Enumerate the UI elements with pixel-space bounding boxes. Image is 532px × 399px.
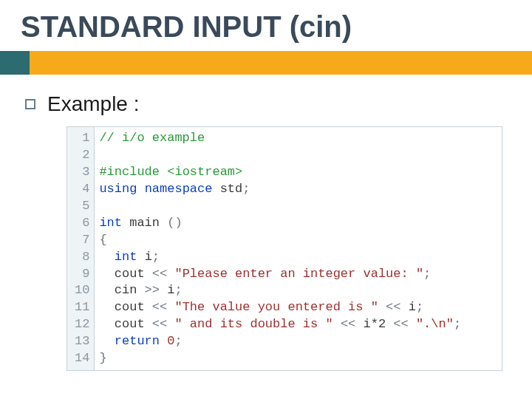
operator: >> xyxy=(137,283,167,297)
lineno: 4 xyxy=(75,181,89,198)
operator: << xyxy=(145,317,175,331)
punct: ; xyxy=(174,283,182,297)
slide-title: STANDARD INPUT (cin) xyxy=(0,0,532,51)
lineno: 3 xyxy=(75,164,89,181)
accent-ruler xyxy=(0,51,532,75)
string: "Please enter an integer value: " xyxy=(174,267,423,281)
identifier: cout xyxy=(115,317,145,331)
indent xyxy=(99,300,114,314)
expression: i*2 xyxy=(364,317,386,331)
string: ".\n" xyxy=(416,317,454,331)
punct: ; xyxy=(423,267,431,281)
indent xyxy=(99,267,114,281)
punct: } xyxy=(99,351,106,365)
bullet-text: Example : xyxy=(47,92,140,116)
code-line: { xyxy=(99,232,496,249)
keyword: return xyxy=(115,334,160,348)
lineno: 8 xyxy=(75,249,89,266)
indent xyxy=(99,283,114,297)
code-line: // i/o example xyxy=(99,130,496,147)
keyword: namespace xyxy=(145,182,213,196)
code-line: cout << " and its double is " << i*2 << … xyxy=(99,316,496,333)
preprocessor: <iostream> xyxy=(160,165,242,179)
lineno: 14 xyxy=(75,350,89,367)
space xyxy=(160,334,167,348)
identifier: std xyxy=(220,182,243,196)
identifier: i xyxy=(145,250,152,264)
string: "The value you entered is " xyxy=(174,300,378,314)
operator: << xyxy=(145,267,175,281)
code-line: } xyxy=(99,350,496,367)
lineno: 10 xyxy=(75,282,89,299)
bullet-square-icon xyxy=(25,99,35,109)
lineno: 13 xyxy=(75,333,89,350)
code-line: return 0; xyxy=(99,333,496,350)
code-line: int main () xyxy=(99,215,496,232)
number: 0 xyxy=(167,334,174,348)
lineno: 6 xyxy=(75,215,89,232)
identifier: i xyxy=(409,300,416,314)
ruler-teal xyxy=(0,51,30,75)
punct: ; xyxy=(174,334,182,348)
punct: ; xyxy=(416,300,423,314)
punct: ; xyxy=(242,182,250,196)
code-line: #include <iostream> xyxy=(99,164,496,181)
code-line xyxy=(99,198,496,215)
indent xyxy=(99,317,114,331)
identifier: cin xyxy=(115,283,137,297)
lineno: 9 xyxy=(75,266,89,283)
punct: ; xyxy=(454,317,461,331)
code-line: cout << "Please enter an integer value: … xyxy=(99,266,496,283)
lineno: 2 xyxy=(75,147,89,164)
identifier: i xyxy=(167,283,174,297)
lineno: 5 xyxy=(75,198,89,215)
punct: () xyxy=(160,216,183,230)
identifier: cout xyxy=(115,267,145,281)
indent xyxy=(99,250,114,264)
type: int xyxy=(99,216,122,230)
source-code: // i/o example #include <iostream>using … xyxy=(95,127,502,370)
code-line: using namespace std; xyxy=(99,181,496,198)
string: " and its double is " xyxy=(174,317,332,331)
code-block: 1 2 3 4 5 6 7 8 9 10 11 12 13 14 // i/o … xyxy=(66,126,502,371)
operator: << xyxy=(145,300,175,314)
ruler-orange xyxy=(30,51,532,75)
keyword: using xyxy=(99,182,137,196)
punct: { xyxy=(99,233,106,247)
comment: // i/o example xyxy=(99,131,205,145)
code-line: int i; xyxy=(99,249,496,266)
preprocessor: #include xyxy=(99,165,160,179)
lineno: 7 xyxy=(75,232,89,249)
identifier: cout xyxy=(115,300,145,314)
code-line xyxy=(99,147,496,164)
bullet-row: Example : xyxy=(0,75,532,122)
lineno: 1 xyxy=(75,130,89,147)
operator: << xyxy=(386,317,416,331)
code-line: cin >> i; xyxy=(99,282,496,299)
indent xyxy=(99,334,114,348)
punct: ; xyxy=(152,250,160,264)
lineno: 11 xyxy=(75,299,89,316)
code-line: cout << "The value you entered is " << i… xyxy=(99,299,496,316)
type: int xyxy=(115,250,137,264)
line-number-gutter: 1 2 3 4 5 6 7 8 9 10 11 12 13 14 xyxy=(67,127,95,370)
identifier: main xyxy=(129,216,160,230)
lineno: 12 xyxy=(75,316,89,333)
operator: << xyxy=(378,300,409,314)
operator: << xyxy=(333,317,364,331)
